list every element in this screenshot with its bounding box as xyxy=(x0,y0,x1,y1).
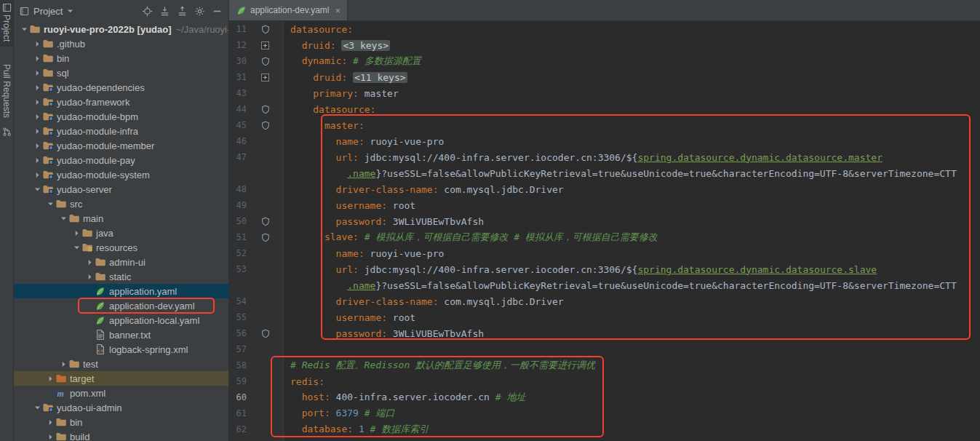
shield-icon[interactable] xyxy=(247,329,284,338)
chevron-down-icon[interactable] xyxy=(33,182,42,196)
code-text[interactable]: dynamic: # 多数据源配置 xyxy=(284,55,980,68)
tree-item-yudao-dependencies[interactable]: yudao-dependencies xyxy=(14,80,228,95)
chevron-down-icon[interactable] xyxy=(46,196,55,211)
project-tool-window-icon[interactable] xyxy=(2,3,12,12)
tree-item-yudao-framework[interactable]: yudao-framework xyxy=(14,95,228,109)
tree-item-static[interactable]: static xyxy=(14,269,228,284)
chevron-right-icon[interactable] xyxy=(33,80,42,95)
editor-line-55[interactable]: 55username: root xyxy=(229,309,980,325)
expand-all-icon[interactable] xyxy=(159,6,170,17)
code-text[interactable]: datasource: xyxy=(284,104,980,115)
editor-line-62[interactable]: 62database: 1 # 数据库索引 xyxy=(229,421,980,437)
tree-item-application-local.yaml[interactable]: application-local.yaml xyxy=(14,313,228,327)
shield-icon[interactable] xyxy=(247,105,284,114)
code-text[interactable]: port: 6379 # 端口 xyxy=(284,407,980,420)
code-text[interactable]: primary: master xyxy=(284,88,980,99)
tree-item-java[interactable]: java xyxy=(14,226,228,240)
fold-plus-icon[interactable] xyxy=(247,41,284,49)
tree-item-pom.xml[interactable]: mpom.xml xyxy=(14,386,228,400)
chevron-right-icon[interactable] xyxy=(33,65,42,80)
code-text[interactable]: host: 400-infra.server.iocoder.cn # 地址 xyxy=(284,391,980,404)
editor-line-11[interactable]: 11datasource: xyxy=(229,21,980,37)
tree-item-build[interactable]: build xyxy=(14,429,228,441)
chevron-right-icon[interactable] xyxy=(33,36,42,51)
tree-item-src[interactable]: src xyxy=(14,196,228,211)
editor-line-54[interactable]: 54driver-class-name: com.mysql.jdbc.Driv… xyxy=(229,293,980,309)
tree-item-test[interactable]: test xyxy=(14,357,228,371)
chevron-right-icon[interactable] xyxy=(33,153,42,167)
project-panel-title[interactable]: Project xyxy=(33,6,63,17)
hide-icon[interactable] xyxy=(212,6,223,17)
chevron-right-icon[interactable] xyxy=(85,255,95,269)
chevron-right-icon[interactable] xyxy=(33,124,42,138)
tree-item-logback-spring.xml[interactable]: logback-spring.xml xyxy=(14,342,228,357)
stripe-pull-requests-label[interactable]: Pull Requests xyxy=(1,64,12,118)
editor-line-48[interactable]: 48driver-class-name: com.mysql.jdbc.Driv… xyxy=(229,181,980,197)
code-text[interactable]: datasource: xyxy=(284,24,980,35)
editor-line-51[interactable]: 51slave: # 模拟从库，可根据自己需要修改 # 模拟从库，可根据自己需要… xyxy=(229,229,980,245)
editor-line-49[interactable]: 49username: root xyxy=(229,197,980,213)
collapse-all-icon[interactable] xyxy=(177,6,188,17)
chevron-down-icon[interactable] xyxy=(59,211,68,226)
tree-item-main[interactable]: main xyxy=(14,211,228,226)
tree-item-bin[interactable]: bin xyxy=(14,51,228,65)
pull-requests-icon[interactable] xyxy=(2,127,12,137)
chevron-right-icon[interactable] xyxy=(46,371,55,386)
tree-item-ruoyi-vue-pro-2022b-yudao-[interactable]: ruoyi-vue-pro-2022b [yudao]~/Java/ruoyi-… xyxy=(14,22,228,36)
editor-line-wrap[interactable]: .name}?useSSL=false&allowPublicKeyRetrie… xyxy=(229,277,980,293)
editor-line-44[interactable]: 44datasource: xyxy=(229,101,980,117)
fold-plus-icon[interactable] xyxy=(247,74,284,82)
editor-line-45[interactable]: 45master: xyxy=(229,117,980,133)
code-text[interactable]: name: ruoyi-vue-pro xyxy=(284,248,980,259)
editor-line-60[interactable]: 60host: 400-infra.server.iocoder.cn # 地址 xyxy=(229,389,980,405)
chevron-right-icon[interactable] xyxy=(46,429,55,441)
editor-line-46[interactable]: 46name: ruoyi-vue-pro xyxy=(229,133,980,149)
code-text[interactable]: password: 3WLiVUBEwTbvAfsh xyxy=(284,216,980,227)
chevron-down-icon[interactable] xyxy=(66,7,74,15)
tree-item-yudao-module-pay[interactable]: yudao-module-pay xyxy=(14,153,228,167)
tree-item-yudao-ui-admin[interactable]: yudao-ui-admin xyxy=(14,400,228,415)
code-text[interactable]: slave: # 模拟从库，可根据自己需要修改 # 模拟从库，可根据自己需要修改 xyxy=(284,231,980,244)
editor-line-57[interactable]: 57 xyxy=(229,341,980,357)
editor-line-wrap[interactable]: .name}?useSSL=false&allowPublicKeyRetrie… xyxy=(229,165,980,181)
chevron-right-icon[interactable] xyxy=(46,415,55,429)
editor-line-61[interactable]: 61port: 6379 # 端口 xyxy=(229,405,980,421)
stripe-project-label[interactable]: Project xyxy=(1,15,12,41)
chevron-right-icon[interactable] xyxy=(72,226,81,240)
chevron-down-icon[interactable] xyxy=(20,22,29,36)
editor-line-59[interactable]: 59redis: xyxy=(229,373,980,389)
tree-item-application-dev.yaml[interactable]: application-dev.yaml xyxy=(14,298,228,313)
close-icon[interactable]: × xyxy=(333,5,341,16)
tree-item-yudao-module-infra[interactable]: yudao-module-infra xyxy=(14,124,228,138)
code-text[interactable]: driver-class-name: com.mysql.jdbc.Driver xyxy=(284,296,980,307)
tree-item-yudao-module-bpm[interactable]: yudao-module-bpm xyxy=(14,109,228,124)
tree-item-sql[interactable]: sql xyxy=(14,65,228,80)
locate-icon[interactable] xyxy=(142,6,153,17)
chevron-right-icon[interactable] xyxy=(85,269,95,284)
editor-line-47[interactable]: 47url: jdbc:mysql://400-infra.server.ioc… xyxy=(229,149,980,165)
tree-item-target[interactable]: target xyxy=(14,371,228,386)
code-text[interactable]: master: xyxy=(284,120,980,131)
tree-item-yudao-module-system[interactable]: yudao-module-system xyxy=(14,167,228,182)
editor-line-58[interactable]: 58# Redis 配置。Redisson 默认的配置足够使用，一般不需要进行调… xyxy=(229,357,980,373)
code-text[interactable]: .name}?useSSL=false&allowPublicKeyRetrie… xyxy=(284,168,980,179)
editor-line-50[interactable]: 50password: 3WLiVUBEwTbvAfsh xyxy=(229,213,980,229)
code-text[interactable]: driver-class-name: com.mysql.jdbc.Driver xyxy=(284,184,980,195)
code-text[interactable]: redis: xyxy=(284,376,980,387)
code-text[interactable]: .name}?useSSL=false&allowPublicKeyRetrie… xyxy=(284,280,980,291)
code-text[interactable]: url: jdbc:mysql://400-infra.server.iocod… xyxy=(284,152,980,163)
chevron-right-icon[interactable] xyxy=(33,138,42,153)
editor-line-53[interactable]: 53url: jdbc:mysql://400-infra.server.ioc… xyxy=(229,261,980,277)
tree-item-yudao-module-member[interactable]: yudao-module-member xyxy=(14,138,228,153)
chevron-right-icon[interactable] xyxy=(33,167,42,182)
chevron-right-icon[interactable] xyxy=(33,95,42,109)
chevron-down-icon[interactable] xyxy=(72,240,81,255)
code-text[interactable]: name: ruoyi-vue-pro xyxy=(284,136,980,147)
code-text[interactable]: url: jdbc:mysql://400-infra.server.iocod… xyxy=(284,264,980,275)
chevron-right-icon[interactable] xyxy=(33,51,42,65)
code-text[interactable]: username: root xyxy=(284,312,980,323)
shield-icon[interactable] xyxy=(247,217,284,226)
chevron-down-icon[interactable] xyxy=(33,400,42,415)
tree-item-yudao-server[interactable]: yudao-server xyxy=(14,182,228,196)
shield-icon[interactable] xyxy=(247,121,284,130)
